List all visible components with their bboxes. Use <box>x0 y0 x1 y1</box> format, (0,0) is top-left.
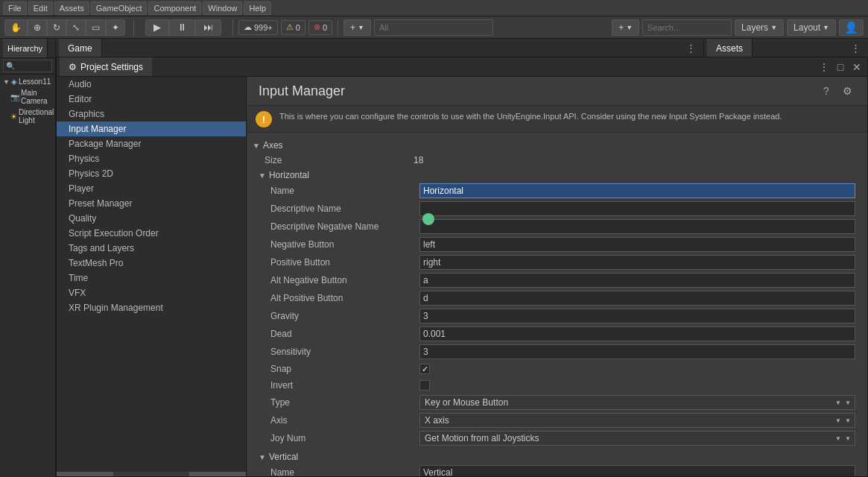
hierarchy-tab[interactable]: Hierarchy <box>3 39 48 57</box>
project-settings-tab[interactable]: ⚙ Project Settings <box>60 57 152 76</box>
axes-label: Axes <box>263 140 283 151</box>
sidebar-item-quality[interactable]: Quality <box>57 211 246 226</box>
sensitivity-input[interactable] <box>419 344 855 359</box>
settings-maximize-btn[interactable]: □ <box>833 60 848 75</box>
help-menu[interactable]: Help <box>244 1 271 15</box>
content-settings-btn[interactable]: ⚙ <box>839 83 855 99</box>
add-right-btn[interactable]: +▼ <box>612 19 639 36</box>
cloud-badge[interactable]: ☁ 999+ <box>238 20 278 35</box>
layers-dropdown[interactable]: Layers ▼ <box>735 19 784 36</box>
joy-num-row: Joy Num Get Motion from all Joysticks ▼ <box>247 429 867 447</box>
project-settings-window: ⚙ Project Settings ⋮ □ ✕ Audio Editor Gr… <box>56 57 868 477</box>
name-field-label: Name <box>270 186 419 196</box>
sidebar-item-editor[interactable]: Editor <box>57 92 246 107</box>
dead-input[interactable] <box>419 326 855 341</box>
sidebar-item-physics[interactable]: Physics <box>57 151 246 166</box>
move-tool-btn[interactable]: ⊕ <box>28 19 47 36</box>
sidebar-item-vfx[interactable]: VFX <box>57 285 246 300</box>
account-icon-btn[interactable]: 👤 <box>839 19 864 36</box>
form-scroll-area[interactable]: Axes Size 18 Horizontal Name <box>247 133 867 476</box>
snap-checkbox[interactable]: ✓ <box>419 364 430 374</box>
directional-light-item[interactable]: ☀ Directional Light <box>0 107 55 126</box>
sidebar-item-preset-manager[interactable]: Preset Manager <box>57 196 246 211</box>
sidebar-item-input-manager[interactable]: Input Manager ← <box>57 121 246 136</box>
sidebar-item-script-execution[interactable]: Script Execution Order <box>57 226 246 241</box>
pause-button[interactable]: ⏸ <box>169 19 195 36</box>
rotate-tool-btn[interactable]: ↻ <box>47 19 66 36</box>
search-input[interactable] <box>374 19 493 36</box>
sidebar-scrollbar[interactable] <box>57 472 246 476</box>
vertical-expand-icon <box>259 453 266 461</box>
sidebar-item-physics-2d[interactable]: Physics 2D <box>57 166 246 181</box>
panel-more-btn[interactable]: ⋮ <box>684 42 697 55</box>
sidebar-item-package-manager[interactable]: Package Manager <box>57 136 246 151</box>
sidebar-scrollbar-thumb[interactable] <box>113 472 189 476</box>
joy-num-value: Get Motion from all Joysticks <box>425 433 539 443</box>
add-btn[interactable]: + ▼ <box>343 19 371 36</box>
sidebar-item-audio[interactable]: Audio <box>57 77 246 92</box>
axis-dropdown-wrapper: X axis ▼ <box>419 413 855 428</box>
positive-btn-input[interactable] <box>419 255 855 270</box>
negative-btn-input[interactable] <box>419 237 855 252</box>
play-button[interactable]: ▶ <box>145 19 169 36</box>
scale-tool-btn[interactable]: ⤡ <box>66 19 86 36</box>
size-row: Size 18 <box>247 152 867 168</box>
search-right-input[interactable] <box>642 19 732 36</box>
name-input[interactable] <box>419 183 855 198</box>
type-value: Key or Mouse Button <box>425 397 508 408</box>
horizontal-expand-icon <box>259 171 266 180</box>
hand-tool-btn[interactable]: ✋ <box>4 19 28 36</box>
assets-more-btn[interactable]: ⋮ <box>849 42 862 55</box>
invert-checkbox[interactable] <box>419 380 430 391</box>
help-icon-btn[interactable]: ? <box>818 83 834 99</box>
main-camera-item[interactable]: 📷 Main Camera <box>0 87 55 107</box>
step-button[interactable]: ⏭ <box>195 19 221 36</box>
alt-positive-row: Alt Positive Button <box>247 289 867 307</box>
settings-more-btn[interactable]: ⋮ <box>817 60 831 75</box>
assets-menu[interactable]: Assets <box>54 1 89 15</box>
gravity-input[interactable] <box>419 309 855 323</box>
vertical-name-input[interactable] <box>419 465 855 476</box>
rect-tool-btn[interactable]: ▭ <box>86 19 106 36</box>
game-tab[interactable]: Game <box>59 39 102 57</box>
error-count: 0 <box>323 23 327 32</box>
sidebar-item-player[interactable]: Player <box>57 181 246 196</box>
warning-badge[interactable]: ⚠ 0 <box>281 20 305 35</box>
axis-dropdown[interactable]: X axis ▼ <box>419 413 855 428</box>
type-row: Type Key or Mouse Button ▼ <box>247 394 867 411</box>
descriptive-negative-name-label: Descriptive Negative Name <box>270 221 419 232</box>
edit-menu[interactable]: Edit <box>28 1 53 15</box>
project-settings-tab-bar: ⚙ Project Settings ⋮ □ ✕ <box>57 57 867 77</box>
type-dropdown[interactable]: Key or Mouse Button ▼ <box>419 395 855 410</box>
horizontal-section-header[interactable]: Horizontal <box>247 168 867 182</box>
vertical-section-header[interactable]: Vertical <box>247 450 867 464</box>
axes-section-header[interactable]: Axes <box>247 139 867 152</box>
sidebar-item-xr[interactable]: XR Plugin Management <box>57 300 246 315</box>
settings-close-btn[interactable]: ✕ <box>849 60 864 75</box>
hierarchy-search[interactable] <box>3 60 52 72</box>
descriptive-name-input[interactable] <box>419 201 855 216</box>
window-menu[interactable]: Window <box>203 1 242 15</box>
gameobject-menu[interactable]: GameObject <box>91 1 148 15</box>
sidebar-item-time[interactable]: Time <box>57 271 246 285</box>
scene-item[interactable]: ▼ ◈ Lesson11 <box>0 76 55 87</box>
invert-row: Invert <box>247 377 867 394</box>
alt-positive-input[interactable] <box>419 291 855 306</box>
error-badge[interactable]: ⊗ 0 <box>308 20 332 35</box>
multi-tool-btn[interactable]: ✦ <box>106 19 125 36</box>
component-menu[interactable]: Component <box>148 1 201 15</box>
descriptive-negative-name-input[interactable] <box>419 219 855 234</box>
layout-dropdown[interactable]: Layout ▼ <box>787 19 836 36</box>
descriptive-name-label: Descriptive Name <box>270 203 419 214</box>
assets-tab[interactable]: Assets <box>707 39 753 57</box>
joy-num-dropdown[interactable]: Get Motion from all Joysticks ▼ <box>419 431 855 446</box>
snap-label: Snap <box>270 364 419 374</box>
alt-negative-input[interactable] <box>419 273 855 288</box>
sidebar-item-textmesh[interactable]: TextMesh Pro <box>57 256 246 271</box>
project-settings-tab-label: Project Settings <box>80 62 143 72</box>
layout-label: Layout <box>793 22 820 33</box>
sidebar-item-tags-layers[interactable]: Tags and Layers <box>57 241 246 256</box>
axis-chevron: ▼ <box>835 417 841 424</box>
file-menu[interactable]: File <box>3 1 27 15</box>
sidebar-item-graphics[interactable]: Graphics <box>57 107 246 121</box>
